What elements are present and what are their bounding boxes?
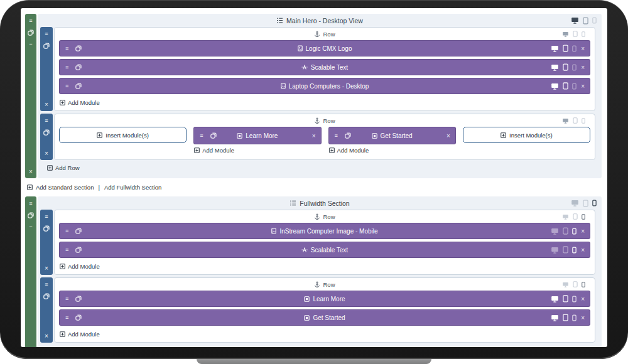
desktop-icon[interactable]: [551, 228, 559, 235]
tablet-icon[interactable]: [563, 314, 568, 321]
module[interactable]: ≡ Logic CMX Logo: [59, 40, 590, 56]
insert-modules-button[interactable]: Insert Module(s): [463, 127, 590, 143]
phone-icon[interactable]: [572, 228, 577, 235]
drag-handle-icon[interactable]: ≡: [45, 282, 48, 287]
row-handle[interactable]: ≡ ×: [40, 210, 53, 275]
delete-icon[interactable]: ×: [581, 247, 585, 254]
clone-icon[interactable]: [75, 64, 82, 70]
desktop-icon[interactable]: [562, 118, 569, 124]
tablet-icon[interactable]: [583, 17, 588, 24]
module[interactable]: ≡ InStream Computer Image - Mobile: [59, 223, 590, 239]
clone-icon[interactable]: [210, 132, 217, 139]
desktop-icon[interactable]: [562, 282, 569, 287]
add-row-link[interactable]: Add Row: [47, 163, 80, 173]
module[interactable]: ≡ Scalable Text: [59, 59, 590, 75]
desktop-icon[interactable]: [562, 31, 569, 37]
tablet-icon[interactable]: [563, 45, 568, 52]
drag-handle-icon[interactable]: ≡: [45, 214, 48, 220]
row-handle[interactable]: ≡ ×: [40, 27, 53, 111]
clone-icon[interactable]: [75, 296, 82, 302]
clone-icon[interactable]: [75, 45, 82, 51]
delete-icon[interactable]: ×: [581, 83, 585, 90]
tablet-icon[interactable]: [573, 281, 578, 287]
add-module-link[interactable]: Add Module: [60, 262, 100, 271]
phone-icon[interactable]: [582, 282, 585, 287]
drag-handle-icon[interactable]: ≡: [65, 296, 68, 302]
collapse-icon[interactable]: −: [29, 224, 32, 230]
drag-handle-icon[interactable]: ≡: [29, 18, 32, 24]
clone-icon[interactable]: [43, 129, 50, 136]
clone-icon[interactable]: [28, 212, 34, 218]
tablet-icon[interactable]: [563, 82, 568, 90]
module[interactable]: ≡ Learn More ×: [193, 127, 321, 144]
drag-handle-icon[interactable]: ≡: [335, 133, 338, 139]
phone-icon[interactable]: [572, 64, 577, 71]
add-module-link[interactable]: Add Module: [329, 146, 369, 155]
drag-handle-icon[interactable]: ≡: [65, 247, 68, 253]
tablet-icon[interactable]: [573, 213, 578, 220]
add-standard-section-link[interactable]: Add Standard Section: [36, 184, 94, 191]
collapse-icon[interactable]: −: [29, 41, 32, 47]
tablet-icon[interactable]: [573, 117, 578, 124]
clone-icon[interactable]: [345, 132, 351, 139]
phone-icon[interactable]: [572, 247, 577, 254]
drag-handle-icon[interactable]: ≡: [45, 118, 48, 124]
desktop-icon[interactable]: [551, 247, 559, 254]
drag-handle-icon[interactable]: ≡: [65, 228, 68, 234]
add-row-link[interactable]: Add Row: [47, 346, 80, 347]
desktop-icon[interactable]: [551, 64, 559, 71]
desktop-icon[interactable]: [571, 17, 579, 24]
desktop-icon[interactable]: [562, 214, 569, 220]
clone-icon[interactable]: [43, 225, 50, 232]
delete-icon[interactable]: ×: [581, 45, 585, 52]
module[interactable]: ≡ Scalable Text: [59, 242, 590, 258]
tablet-icon[interactable]: [573, 31, 578, 37]
add-fullwidth-section-link[interactable]: Add Fullwidth Section: [104, 184, 161, 191]
delete-icon[interactable]: ×: [45, 151, 48, 156]
delete-icon[interactable]: ×: [45, 265, 48, 271]
row-handle[interactable]: ≡ ×: [40, 114, 53, 160]
desktop-icon[interactable]: [551, 45, 559, 52]
desktop-icon[interactable]: [551, 83, 559, 90]
clone-icon[interactable]: [75, 247, 82, 253]
tablet-icon[interactable]: [563, 227, 568, 235]
clone-icon[interactable]: [75, 83, 82, 89]
delete-icon[interactable]: ×: [581, 64, 585, 71]
clone-icon[interactable]: [75, 228, 82, 234]
delete-icon[interactable]: ×: [581, 314, 585, 321]
tablet-icon[interactable]: [563, 246, 568, 254]
drag-handle-icon[interactable]: ≡: [200, 133, 203, 139]
phone-icon[interactable]: [572, 45, 577, 52]
add-module-link[interactable]: Add Module: [60, 98, 100, 107]
clone-icon[interactable]: [43, 293, 50, 299]
delete-icon[interactable]: ×: [447, 132, 450, 139]
section-handle[interactable]: ≡ − ×: [25, 196, 36, 347]
section-handle[interactable]: ≡ − ×: [25, 14, 36, 178]
drag-handle-icon[interactable]: ≡: [65, 315, 68, 321]
clone-icon[interactable]: [28, 29, 34, 36]
drag-handle-icon[interactable]: ≡: [65, 83, 68, 89]
phone-icon[interactable]: [572, 296, 577, 302]
drag-handle-icon[interactable]: ≡: [45, 31, 48, 37]
phone-icon[interactable]: [582, 31, 585, 37]
row-handle[interactable]: ≡ ×: [40, 277, 53, 343]
phone-icon[interactable]: [572, 83, 577, 90]
tablet-icon[interactable]: [563, 295, 568, 302]
delete-icon[interactable]: ×: [45, 102, 48, 107]
desktop-icon[interactable]: [551, 314, 559, 321]
module[interactable]: ≡ Laptop Computers - Desktop: [59, 78, 590, 94]
phone-icon[interactable]: [592, 17, 597, 24]
module[interactable]: ≡ Get Started: [59, 309, 590, 326]
tablet-icon[interactable]: [583, 200, 588, 207]
delete-icon[interactable]: ×: [581, 296, 585, 302]
module[interactable]: ≡ Get Started ×: [328, 127, 456, 144]
insert-modules-button[interactable]: Insert Module(s): [59, 127, 187, 143]
drag-handle-icon[interactable]: ≡: [65, 65, 68, 70]
module[interactable]: ≡ Learn More: [59, 291, 590, 307]
phone-icon[interactable]: [572, 314, 577, 321]
clone-icon[interactable]: [75, 314, 82, 321]
drag-handle-icon[interactable]: ≡: [29, 201, 32, 206]
phone-icon[interactable]: [592, 200, 597, 206]
phone-icon[interactable]: [582, 214, 585, 220]
drag-handle-icon[interactable]: ≡: [65, 46, 68, 51]
